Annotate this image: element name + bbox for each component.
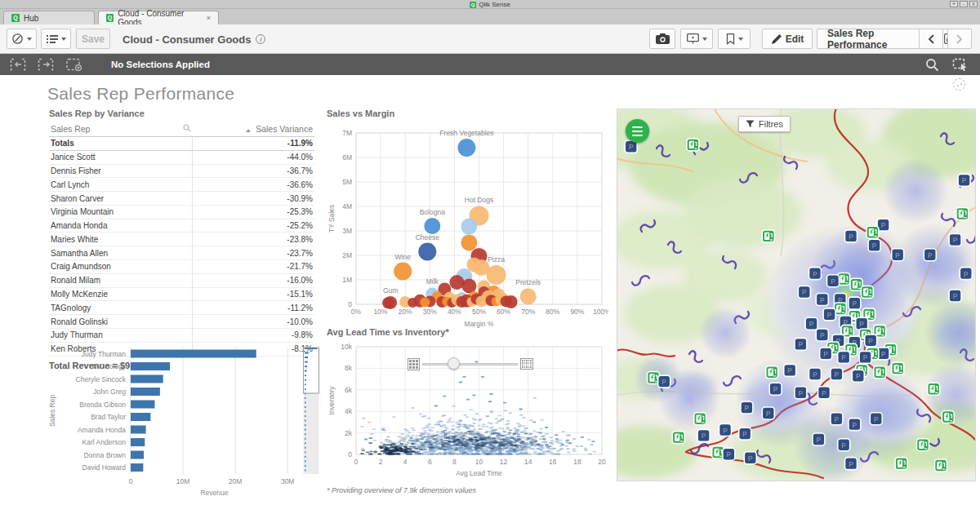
tab-close-icon[interactable]: × <box>207 14 211 22</box>
parking-marker[interactable]: P <box>723 448 735 460</box>
map-filter-button[interactable]: Filtres <box>738 116 791 132</box>
sales-rep-cell[interactable]: Amanda Honda <box>49 219 193 233</box>
charging-marker[interactable] <box>895 458 907 470</box>
map-canvas[interactable]: PPPPPPPPPPPPPPPPPPPPPPPPPPPPPPPPPPPPPPPP… <box>617 109 976 481</box>
charging-marker[interactable] <box>874 366 886 379</box>
parking-marker[interactable]: P <box>868 239 880 251</box>
edit-button[interactable]: Edit <box>762 29 813 49</box>
parking-marker[interactable]: P <box>838 351 850 363</box>
tab-app[interactable]: Q Cloud - Consumer Goods × <box>98 11 219 24</box>
table-row[interactable]: Totals-11.9% <box>49 137 314 151</box>
bubble-wine[interactable]: Wine <box>394 253 412 281</box>
charging-marker[interactable] <box>917 439 929 451</box>
step-back-button[interactable] <box>10 58 28 71</box>
sales-rep-cell[interactable]: Craig Amundson <box>49 260 193 274</box>
sales-vs-margin-panel[interactable]: Sales vs Margin 01M2M3M4M5M6M7M0%10%20%3… <box>327 109 608 335</box>
parking-marker[interactable]: P <box>769 383 782 395</box>
close-button[interactable]: x <box>969 1 978 7</box>
bubble[interactable] <box>382 297 394 308</box>
table-row[interactable]: Maries White-23.8% <box>49 233 314 246</box>
parking-marker[interactable]: P <box>845 230 858 242</box>
bar-donna-brown[interactable] <box>131 451 144 459</box>
selections-overview-icon[interactable] <box>953 78 965 91</box>
parking-marker[interactable]: P <box>798 286 810 298</box>
parking-marker[interactable]: P <box>744 452 756 464</box>
parking-marker[interactable]: P <box>813 433 825 445</box>
next-sheet-button[interactable] <box>947 29 972 49</box>
previous-sheet-button[interactable] <box>919 29 943 49</box>
table-row[interactable]: Craig Amundson-21.7% <box>49 260 314 274</box>
restore-button[interactable]: - <box>960 1 968 7</box>
step-forward-button[interactable] <box>38 58 56 71</box>
bar-cheryle-sincock[interactable] <box>131 375 163 383</box>
table-row[interactable]: Dennis Fisher-36.7% <box>49 164 314 178</box>
parking-marker[interactable]: P <box>924 249 936 261</box>
parking-marker[interactable]: P <box>960 268 972 280</box>
column-search-icon[interactable] <box>183 124 191 134</box>
parking-marker[interactable]: P <box>719 424 732 436</box>
map-menu-button[interactable] <box>626 119 649 143</box>
parking-marker[interactable]: P <box>852 370 864 382</box>
table-row[interactable]: Carl Lynch-36.6% <box>49 178 314 192</box>
parking-marker[interactable]: P <box>849 419 861 431</box>
parking-marker[interactable]: P <box>820 348 832 360</box>
table-row[interactable]: TAGnology-11.2% <box>49 301 314 315</box>
bubble-pizza[interactable]: Pizza <box>487 255 506 285</box>
sales-vs-margin-chart[interactable]: 01M2M3M4M5M6M7M0%10%20%30%40%50%60%70%80… <box>327 122 608 332</box>
parking-marker[interactable]: P <box>658 375 670 388</box>
parking-marker[interactable]: P <box>739 428 751 440</box>
bubble[interactable] <box>461 234 477 250</box>
sales-rep-cell[interactable]: Ronald Golinski <box>49 315 193 329</box>
charging-marker[interactable] <box>942 411 954 423</box>
parking-marker[interactable]: P <box>870 413 882 425</box>
parking-marker[interactable]: P <box>805 317 817 330</box>
bubble[interactable] <box>461 219 477 235</box>
info-icon[interactable]: i <box>256 34 265 44</box>
revenue-bar-chart[interactable]: 010M20M30MRevenueSales RepJudy ThurmanTA… <box>45 341 323 498</box>
parking-marker[interactable]: P <box>865 335 877 347</box>
table-row[interactable]: Judy Thurman-9.8% <box>49 328 314 342</box>
column-header-sales-rep[interactable]: Sales Rep <box>49 122 193 137</box>
parking-marker[interactable]: P <box>818 387 831 399</box>
parking-marker[interactable]: P <box>816 294 828 306</box>
parking-marker[interactable]: P <box>823 308 835 321</box>
selections-tool-icon[interactable] <box>952 58 969 72</box>
parking-marker[interactable]: P <box>827 275 840 287</box>
parking-marker[interactable]: P <box>856 317 868 330</box>
sales-rep-cell[interactable]: Dennis Fisher <box>49 164 193 178</box>
parking-marker[interactable]: P <box>741 401 753 414</box>
bubble[interactable] <box>505 295 518 308</box>
table-row[interactable]: Amanda Honda-25.2% <box>49 219 314 233</box>
parking-marker[interactable]: P <box>845 458 858 470</box>
sales-rep-cell[interactable]: Virginia Mountain <box>49 205 193 219</box>
charging-marker[interactable] <box>687 139 699 151</box>
slider-handle[interactable] <box>448 357 460 370</box>
bubble[interactable] <box>474 259 490 276</box>
bar-david-howard[interactable] <box>131 463 143 472</box>
bubble[interactable] <box>408 298 417 308</box>
sales-rep-cell[interactable]: Janice Scott <box>49 150 193 164</box>
sales-rep-cell[interactable]: TAGnology <box>49 301 193 315</box>
sales-rep-cell[interactable]: Carl Lynch <box>49 178 193 192</box>
snapshot-button[interactable] <box>649 29 675 49</box>
sales-rep-cell[interactable]: Samantha Allen <box>49 246 193 260</box>
clear-selections-button[interactable] <box>65 58 83 71</box>
table-row[interactable]: Janice Scott-44.0% <box>49 150 314 164</box>
charging-marker[interactable] <box>766 366 778 379</box>
table-row[interactable]: Molly McKenzie-15.1% <box>49 287 314 301</box>
bubble[interactable] <box>420 298 430 308</box>
parking-marker[interactable]: P <box>949 290 961 302</box>
column-header-sales-variance[interactable]: Sales Variance <box>193 122 315 137</box>
resolution-slider[interactable] <box>405 357 536 371</box>
bubble[interactable] <box>461 279 476 294</box>
bar-brenda-gibson[interactable] <box>131 401 154 409</box>
parking-marker[interactable]: P <box>958 174 970 186</box>
sales-rep-cell[interactable]: Totals <box>49 137 193 151</box>
charging-marker[interactable] <box>866 226 879 238</box>
tab-hub[interactable]: Q Hub <box>3 11 95 24</box>
table-row[interactable]: Samantha Allen-23.7% <box>49 246 314 260</box>
navigation-menu-button[interactable] <box>7 29 37 49</box>
parking-marker[interactable]: P <box>831 368 843 380</box>
table-row[interactable]: Ronald Golinski-10.0% <box>49 315 314 329</box>
lead-time-inventory-panel[interactable]: Avg Lead Time vs Inventory* 024681012141… <box>327 327 608 494</box>
